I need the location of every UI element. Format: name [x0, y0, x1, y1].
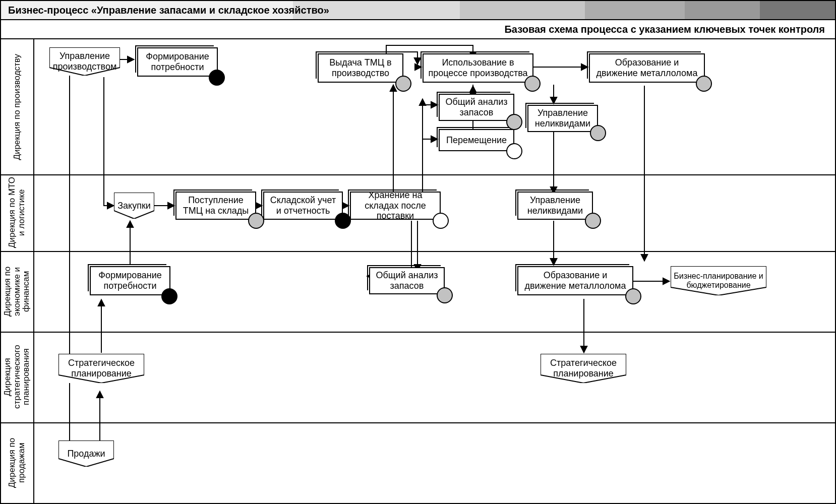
title-bar: Бизнес-процесс «Управление запасами и ск…: [1, 1, 835, 20]
box-use-in-production: Использование в процессе производства: [423, 53, 533, 83]
ref-purchasing: Закупки: [114, 193, 154, 219]
control-point-icon: [506, 143, 522, 159]
box-stock-analysis-fin: Общий анализ запасов: [369, 267, 445, 294]
box-warehouse-accounting: Складской учет и отчетность: [263, 192, 343, 220]
control-point-icon: [248, 213, 264, 229]
lane-mto-logistics: Дирекция по МТО и логистике: [1, 174, 34, 251]
control-point-icon: [433, 213, 449, 229]
box-tmc-receipt: Поступление ТМЦ на склады: [175, 192, 256, 220]
ref-production-mgmt: Управление производством: [49, 47, 120, 76]
control-point-icon: [395, 76, 411, 92]
lane-production: Дирекция по производству: [1, 39, 34, 174]
ref-strategic-planning-left: Стратегическое планирование: [58, 354, 144, 383]
diagram-frame: Бизнес-процесс «Управление запасами и ск…: [0, 0, 836, 504]
ref-sales: Продажи: [58, 440, 114, 467]
box-issue-tmc: Выдача ТМЦ в производство: [318, 53, 403, 83]
ref-strategic-planning-right: Стратегическое планирование: [541, 354, 626, 383]
lane-economics-finance: Дирекция по экономике и финансам: [1, 251, 34, 332]
control-point-icon: [524, 76, 541, 92]
ref-business-planning: Бизнес-планирование и бюджетирование: [671, 266, 766, 295]
box-illiquid-mgmt-log: Управление неликвидами: [517, 192, 593, 220]
control-point-icon: [696, 76, 712, 92]
diagram-title: Бизнес-процесс «Управление запасами и ск…: [1, 5, 329, 16]
box-movement: Перемещение: [439, 129, 514, 151]
box-illiquid-mgmt-prod: Управление неликвидами: [527, 105, 598, 132]
subtitle-bar: Базовая схема процесса с указанием ключе…: [1, 20, 835, 39]
diagram-subtitle: Базовая схема процесса с указанием ключе…: [504, 24, 825, 35]
box-need-formation-prod: Формирование потребности: [137, 47, 218, 77]
control-point-icon: [209, 70, 225, 86]
control-point-icon: [625, 288, 641, 304]
box-storage-after-delivery: Хранение на складах после поставки: [350, 192, 441, 220]
control-point-icon: [161, 288, 177, 304]
control-point-icon: [335, 213, 351, 229]
box-need-formation-fin: Формирование потребности: [90, 266, 170, 295]
box-stock-analysis-prod: Общий анализ запасов: [439, 94, 514, 121]
control-point-icon: [585, 213, 601, 229]
control-point-icon: [506, 114, 522, 130]
lane-sales: Дирекция по продажам: [1, 422, 34, 503]
lane-strategic-planning: Дирекция стратегического планирования: [1, 332, 34, 422]
swimlane-labels: Дирекция по производству Дирекция по МТО…: [1, 39, 34, 503]
control-point-icon: [590, 125, 606, 141]
diagram-canvas: Управление производством Формирование по…: [34, 39, 835, 503]
box-scrap-formation-fin: Образование и движение металлолома: [517, 266, 633, 295]
control-point-icon: [437, 287, 453, 303]
box-scrap-formation-prod: Образование и движение металлолома: [589, 53, 705, 83]
